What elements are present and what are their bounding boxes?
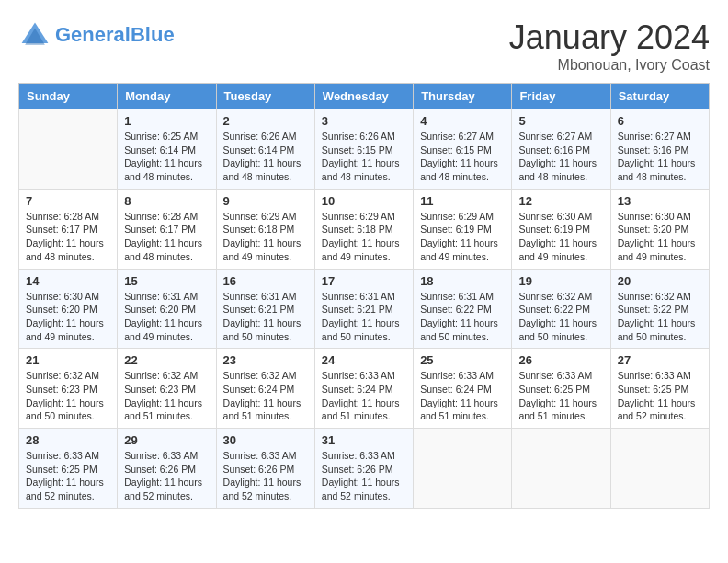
calendar-week-row: 14 Sunrise: 6:30 AMSunset: 6:20 PMDaylig… (19, 269, 710, 349)
calendar-cell: 16 Sunrise: 6:31 AMSunset: 6:21 PMDaylig… (216, 269, 314, 349)
day-number: 27 (618, 353, 702, 367)
day-number: 4 (420, 114, 505, 128)
calendar-cell: 23 Sunrise: 6:32 AMSunset: 6:24 PMDaylig… (216, 349, 314, 429)
month-title: January 2024 (509, 18, 710, 57)
calendar-cell: 4 Sunrise: 6:27 AMSunset: 6:15 PMDayligh… (414, 109, 512, 190)
day-info: Sunrise: 6:32 AMSunset: 6:23 PMDaylight:… (124, 369, 209, 423)
calendar-cell: 14 Sunrise: 6:30 AMSunset: 6:20 PMDaylig… (19, 269, 118, 349)
day-number: 9 (223, 194, 308, 208)
calendar-cell: 26 Sunrise: 6:33 AMSunset: 6:25 PMDaylig… (512, 349, 610, 429)
day-info: Sunrise: 6:33 AMSunset: 6:26 PMDaylight:… (223, 449, 308, 503)
calendar-cell: 8 Sunrise: 6:28 AMSunset: 6:17 PMDayligh… (118, 189, 216, 269)
day-info: Sunrise: 6:32 AMSunset: 6:22 PMDaylight:… (518, 290, 603, 344)
day-of-week-header: Sunday (19, 84, 118, 109)
logo: GeneralBlue (18, 18, 175, 52)
day-of-week-header: Saturday (610, 84, 709, 109)
calendar-cell: 29 Sunrise: 6:33 AMSunset: 6:26 PMDaylig… (118, 429, 216, 509)
day-number: 24 (322, 353, 406, 367)
day-of-week-header: Tuesday (216, 84, 314, 109)
calendar-week-row: 21 Sunrise: 6:32 AMSunset: 6:23 PMDaylig… (19, 349, 710, 429)
day-info: Sunrise: 6:25 AMSunset: 6:14 PMDaylight:… (124, 130, 209, 184)
calendar-cell: 5 Sunrise: 6:27 AMSunset: 6:16 PMDayligh… (512, 109, 610, 190)
day-info: Sunrise: 6:31 AMSunset: 6:21 PMDaylight:… (322, 290, 406, 344)
day-info: Sunrise: 6:32 AMSunset: 6:22 PMDaylight:… (618, 290, 702, 344)
day-info: Sunrise: 6:32 AMSunset: 6:23 PMDaylight:… (26, 369, 110, 423)
calendar-cell: 11 Sunrise: 6:29 AMSunset: 6:19 PMDaylig… (414, 189, 512, 269)
day-info: Sunrise: 6:26 AMSunset: 6:14 PMDaylight:… (223, 130, 308, 184)
calendar-cell: 3 Sunrise: 6:26 AMSunset: 6:15 PMDayligh… (314, 109, 413, 190)
calendar-cell: 27 Sunrise: 6:33 AMSunset: 6:25 PMDaylig… (610, 349, 709, 429)
calendar-body: 1 Sunrise: 6:25 AMSunset: 6:14 PMDayligh… (19, 109, 710, 509)
day-info: Sunrise: 6:33 AMSunset: 6:26 PMDaylight:… (124, 449, 209, 503)
day-number: 16 (223, 274, 308, 288)
day-number: 12 (518, 194, 603, 208)
calendar-header-row: SundayMondayTuesdayWednesdayThursdayFrid… (19, 84, 710, 109)
calendar-cell: 17 Sunrise: 6:31 AMSunset: 6:21 PMDaylig… (314, 269, 413, 349)
day-info: Sunrise: 6:27 AMSunset: 6:16 PMDaylight:… (618, 130, 702, 184)
calendar-cell: 21 Sunrise: 6:32 AMSunset: 6:23 PMDaylig… (19, 349, 118, 429)
calendar-cell: 30 Sunrise: 6:33 AMSunset: 6:26 PMDaylig… (216, 429, 314, 509)
day-number: 15 (124, 274, 209, 288)
calendar-week-row: 1 Sunrise: 6:25 AMSunset: 6:14 PMDayligh… (19, 109, 710, 190)
day-number: 23 (223, 353, 308, 367)
calendar-cell: 7 Sunrise: 6:28 AMSunset: 6:17 PMDayligh… (19, 189, 118, 269)
day-number: 21 (26, 353, 110, 367)
calendar-cell: 9 Sunrise: 6:29 AMSunset: 6:18 PMDayligh… (216, 189, 314, 269)
day-of-week-header: Wednesday (314, 84, 413, 109)
day-number: 8 (124, 194, 209, 208)
day-info: Sunrise: 6:31 AMSunset: 6:22 PMDaylight:… (420, 290, 505, 344)
calendar-cell (19, 109, 118, 190)
day-info: Sunrise: 6:27 AMSunset: 6:15 PMDaylight:… (420, 130, 505, 184)
day-number: 29 (124, 433, 209, 447)
day-info: Sunrise: 6:29 AMSunset: 6:18 PMDaylight:… (223, 210, 308, 264)
day-number: 13 (618, 194, 702, 208)
day-info: Sunrise: 6:26 AMSunset: 6:15 PMDaylight:… (322, 130, 406, 184)
day-info: Sunrise: 6:28 AMSunset: 6:17 PMDaylight:… (124, 210, 209, 264)
day-number: 7 (26, 194, 110, 208)
calendar-week-row: 28 Sunrise: 6:33 AMSunset: 6:25 PMDaylig… (19, 429, 710, 509)
day-of-week-header: Friday (512, 84, 610, 109)
day-of-week-header: Monday (118, 84, 216, 109)
day-info: Sunrise: 6:30 AMSunset: 6:20 PMDaylight:… (618, 210, 702, 264)
day-number: 17 (322, 274, 406, 288)
day-number: 6 (618, 114, 702, 128)
day-number: 10 (322, 194, 406, 208)
calendar-cell: 24 Sunrise: 6:33 AMSunset: 6:24 PMDaylig… (314, 349, 413, 429)
title-block: January 2024 Mbonouan, Ivory Coast (509, 18, 710, 74)
day-number: 28 (26, 433, 110, 447)
calendar-cell: 18 Sunrise: 6:31 AMSunset: 6:22 PMDaylig… (414, 269, 512, 349)
day-info: Sunrise: 6:33 AMSunset: 6:24 PMDaylight:… (420, 369, 505, 423)
calendar-cell: 10 Sunrise: 6:29 AMSunset: 6:18 PMDaylig… (314, 189, 413, 269)
calendar-cell: 1 Sunrise: 6:25 AMSunset: 6:14 PMDayligh… (118, 109, 216, 190)
day-number: 25 (420, 353, 505, 367)
day-of-week-header: Thursday (414, 84, 512, 109)
calendar-cell: 20 Sunrise: 6:32 AMSunset: 6:22 PMDaylig… (610, 269, 709, 349)
day-number: 22 (124, 353, 209, 367)
logo-line2: Blue (131, 23, 175, 46)
calendar-cell: 13 Sunrise: 6:30 AMSunset: 6:20 PMDaylig… (610, 189, 709, 269)
calendar-cell: 25 Sunrise: 6:33 AMSunset: 6:24 PMDaylig… (414, 349, 512, 429)
day-number: 31 (322, 433, 406, 447)
calendar-cell (610, 429, 709, 509)
calendar-week-row: 7 Sunrise: 6:28 AMSunset: 6:17 PMDayligh… (19, 189, 710, 269)
logo-icon (18, 18, 51, 52)
calendar-cell: 15 Sunrise: 6:31 AMSunset: 6:20 PMDaylig… (118, 269, 216, 349)
calendar-cell: 6 Sunrise: 6:27 AMSunset: 6:16 PMDayligh… (610, 109, 709, 190)
day-info: Sunrise: 6:29 AMSunset: 6:19 PMDaylight:… (420, 210, 505, 264)
calendar-cell: 22 Sunrise: 6:32 AMSunset: 6:23 PMDaylig… (118, 349, 216, 429)
day-info: Sunrise: 6:33 AMSunset: 6:25 PMDaylight:… (26, 449, 110, 503)
day-info: Sunrise: 6:33 AMSunset: 6:25 PMDaylight:… (518, 369, 603, 423)
day-info: Sunrise: 6:33 AMSunset: 6:26 PMDaylight:… (322, 449, 406, 503)
day-info: Sunrise: 6:29 AMSunset: 6:18 PMDaylight:… (322, 210, 406, 264)
page-header: GeneralBlue January 2024 Mbonouan, Ivory… (18, 18, 710, 74)
day-info: Sunrise: 6:30 AMSunset: 6:19 PMDaylight:… (518, 210, 603, 264)
calendar-table: SundayMondayTuesdayWednesdayThursdayFrid… (18, 83, 710, 509)
day-number: 5 (518, 114, 603, 128)
location-title: Mbonouan, Ivory Coast (509, 57, 710, 74)
day-number: 18 (420, 274, 505, 288)
day-info: Sunrise: 6:27 AMSunset: 6:16 PMDaylight:… (518, 130, 603, 184)
day-number: 3 (322, 114, 406, 128)
day-number: 26 (518, 353, 603, 367)
day-number: 11 (420, 194, 505, 208)
calendar-cell: 31 Sunrise: 6:33 AMSunset: 6:26 PMDaylig… (314, 429, 413, 509)
